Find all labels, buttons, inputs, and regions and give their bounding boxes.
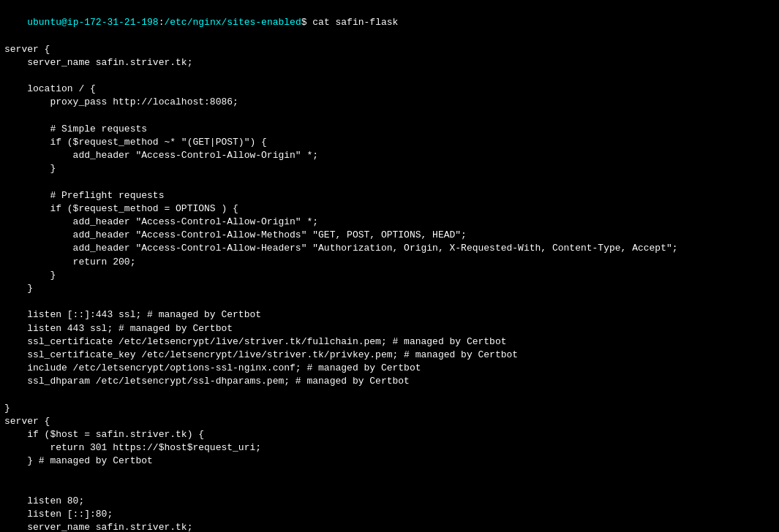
code-line: proxy_pass http://localhost:8086;	[4, 96, 775, 109]
code-line: if ($request_method ~* "(GET|POST)") {	[4, 136, 775, 149]
code-line: listen [::]:443 ssl; # managed by Certbo…	[4, 308, 775, 322]
blank-line	[4, 482, 775, 495]
code-line: ssl_certificate_key /etc/letsencrypt/liv…	[4, 349, 775, 362]
code-line: return 200;	[4, 256, 775, 269]
code-line: listen 443 ssl; # managed by Certbot	[4, 322, 775, 335]
comment-line: # Preflight requests	[4, 189, 775, 202]
code-line: add_header "Access-Control-Allow-Origin"…	[4, 149, 775, 162]
location-line: location / {	[4, 83, 775, 96]
terminal-window: ubuntu@ip-172-31-21-198:/etc/nginx/sites…	[0, 0, 779, 532]
code-line: listen 80;	[4, 495, 775, 508]
code-line: }	[4, 282, 775, 295]
command-line: ubuntu@ip-172-31-21-198:/etc/nginx/sites…	[4, 3, 775, 43]
code-line: listen [::]:80;	[4, 508, 775, 521]
code-line: ssl_certificate /etc/letsencrypt/live/st…	[4, 335, 775, 349]
code-line: }	[4, 162, 775, 175]
code-line: add_header "Access-Control-Allow-Methods…	[4, 229, 775, 242]
code-line: if ($request_method = OPTIONS ) {	[4, 202, 775, 216]
code-line: add_header "Access-Control-Allow-Origin"…	[4, 216, 775, 229]
blank-line	[4, 110, 775, 123]
blank-line	[4, 175, 775, 189]
blank-line	[4, 69, 775, 83]
blank-line	[4, 388, 775, 401]
code-line: }	[4, 269, 775, 282]
command-text: cat safin-flask	[312, 17, 398, 28]
code-line: server_name safin.striver.tk;	[4, 56, 775, 69]
code-line: server {	[4, 43, 775, 56]
code-line: if ($host = safin.striver.tk) {	[4, 428, 775, 441]
comment-line: # Simple requests	[4, 123, 775, 136]
blank-line	[4, 295, 775, 308]
code-line: return 301 https://$host$request_uri;	[4, 441, 775, 455]
prompt-user: ubuntu@ip-172-31-21-198	[27, 17, 158, 28]
code-line: } # managed by Certbot	[4, 455, 775, 468]
prompt-dollar: $	[301, 17, 313, 28]
code-line: }	[4, 402, 775, 415]
code-line: include /etc/letsencrypt/options-ssl-ngi…	[4, 362, 775, 375]
code-line: server_name safin.striver.tk;	[4, 521, 775, 532]
code-line: server {	[4, 415, 775, 428]
prompt-path: /etc/nginx/sites-enabled	[164, 17, 301, 28]
code-line: add_header "Access-Control-Allow-Headers…	[4, 242, 775, 255]
blank-line	[4, 468, 775, 482]
code-line: ssl_dhparam /etc/letsencrypt/ssl-dhparam…	[4, 375, 775, 388]
